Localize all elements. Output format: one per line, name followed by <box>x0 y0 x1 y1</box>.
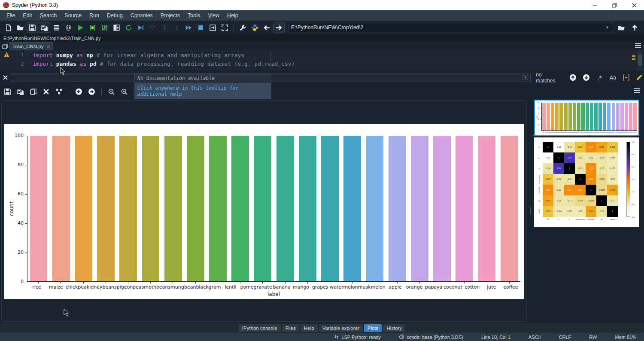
thumbnail-heatmap[interactable]: 1-0.23-0.140.0270.190.0970.059-0.2310.74… <box>534 137 639 227</box>
highlight-matches-icon[interactable] <box>635 73 644 82</box>
heatmap-col-label: humidity <box>586 218 596 220</box>
menu-debug[interactable]: Debug <box>103 11 127 20</box>
run-cell-icon[interactable] <box>87 22 98 33</box>
chevron-down-icon[interactable]: ▼ <box>605 25 609 30</box>
working-directory-input[interactable]: E:\PythonRun\NEW\CropYied\2 ▼ <box>288 23 612 32</box>
run-cell-advance-icon[interactable] <box>99 22 110 33</box>
code-line[interactable]: 1import numpy as np # for linear algebra… <box>0 52 644 59</box>
next-plot-icon[interactable] <box>86 86 97 97</box>
menu-run[interactable]: Run <box>85 11 103 20</box>
menu-projects[interactable]: Projects <box>157 11 184 20</box>
menu-search[interactable]: Search <box>36 11 61 20</box>
bar-blackgram <box>573 103 576 130</box>
heatmap-cell: 0.74 <box>553 163 564 174</box>
regex-icon[interactable]: .* <box>595 73 604 82</box>
x-tick-label: papaya <box>425 284 443 290</box>
pane-splitter[interactable] <box>528 99 533 323</box>
x-tick-label: coconut <box>623 132 626 133</box>
x-tick-label: cotton <box>627 132 630 133</box>
plots-options-icon[interactable] <box>634 88 641 95</box>
zoom-in-icon[interactable] <box>118 86 130 97</box>
run-icon[interactable] <box>75 22 86 33</box>
find-close-icon[interactable] <box>0 75 11 80</box>
heatmap-colorbar <box>626 142 630 217</box>
forward-icon[interactable] <box>273 22 285 33</box>
maximize-pane-icon[interactable] <box>207 22 219 33</box>
search-history-caret-icon[interactable]: ▼ <box>522 75 528 80</box>
edge-guide-line <box>270 51 271 70</box>
remove-all-plots-icon[interactable] <box>53 86 65 97</box>
tooltip-help-text[interactable]: Click anywhere in this tooltip for addit… <box>135 83 271 99</box>
code-line[interactable]: 2import pandas as pd # for data processi… <box>0 60 644 67</box>
find-previous-icon[interactable] <box>568 73 577 82</box>
fullscreen-icon[interactable] <box>219 22 231 33</box>
editor-options-icon[interactable] <box>635 43 641 50</box>
open-file-icon[interactable] <box>15 22 26 33</box>
menu-source[interactable]: Source <box>61 11 85 20</box>
menu-view[interactable]: View <box>204 11 223 20</box>
whole-word-icon[interactable] <box>621 73 631 82</box>
pane-tab-variable-explorer[interactable]: Variable explorer <box>319 324 363 332</box>
restore-button[interactable] <box>605 0 624 10</box>
editor-scrollbar[interactable] <box>637 50 643 71</box>
continue-icon[interactable] <box>183 22 194 33</box>
previous-plot-icon[interactable] <box>73 86 85 97</box>
step-into-icon[interactable] <box>159 22 170 33</box>
back-icon[interactable] <box>261 22 273 33</box>
zoom-out-icon[interactable] <box>106 86 117 97</box>
find-symbols-icon[interactable]: @ <box>63 22 74 33</box>
menu-edit[interactable]: Edit <box>19 11 36 20</box>
x-tick-label: orange <box>406 284 423 290</box>
bar-maize <box>547 103 550 130</box>
open-directory-icon[interactable] <box>616 22 627 33</box>
pythonpath-icon[interactable] <box>249 22 261 33</box>
tab-train-cnn[interactable]: Train_CNN.py ✕ <box>9 42 53 50</box>
remove-plot-icon[interactable] <box>40 86 52 97</box>
code-editor[interactable]: 1import numpy as np # for linear algebra… <box>0 50 644 71</box>
line-number-gutter[interactable]: 1 <box>0 52 28 59</box>
debug-icon[interactable] <box>135 22 146 33</box>
menu-tools[interactable]: Tools <box>184 11 204 20</box>
documentation-tooltip[interactable]: No documentation available Click anywher… <box>134 73 271 99</box>
y-tick-label: 60 <box>535 113 539 115</box>
case-sensitive-icon[interactable]: Aa <box>608 73 617 82</box>
line-number-gutter[interactable]: 2 <box>0 60 28 67</box>
menu-help[interactable]: Help <box>223 11 242 20</box>
stop-icon[interactable] <box>195 22 207 33</box>
bar-watermelon <box>598 103 602 130</box>
copy-plot-icon[interactable] <box>27 86 39 97</box>
menu-consoles[interactable]: Consoles <box>127 11 157 20</box>
y-axis-title: count <box>536 115 538 118</box>
menu-file[interactable]: File <box>3 11 19 20</box>
file-switcher-icon[interactable] <box>51 22 62 33</box>
x-tick-label: apple <box>389 284 402 290</box>
pane-tab-files[interactable]: Files <box>282 324 299 332</box>
close-button[interactable] <box>624 0 644 10</box>
toolbar-right-icons <box>616 22 641 33</box>
pane-tab-help[interactable]: Help <box>301 324 318 332</box>
pane-tab-history[interactable]: History <box>383 324 405 332</box>
browse-tabs-icon[interactable] <box>0 43 9 50</box>
parent-directory-icon[interactable] <box>629 22 641 33</box>
pane-tab-ipython-console[interactable]: IPython console <box>239 324 281 332</box>
new-file-icon[interactable] <box>3 22 14 33</box>
rerun-icon[interactable] <box>123 22 134 33</box>
pane-tab-plots[interactable]: Plots <box>364 324 382 332</box>
tab-close-icon[interactable]: ✕ <box>46 44 50 49</box>
heatmap-cell: 0.21 <box>586 174 596 185</box>
run-selection-icon[interactable] <box>111 22 122 33</box>
step-over-icon[interactable] <box>147 22 158 33</box>
save-plot-icon[interactable] <box>2 86 13 97</box>
heatmap-cell: 1 <box>553 152 564 163</box>
save-all-icon[interactable] <box>39 22 50 33</box>
thumbnail-bar-chart[interactable]: 020406080100ricemaizechickpeakidneybeans… <box>534 100 639 136</box>
heatmap-cell: -0.064 <box>553 206 564 217</box>
x-tick-label: blackgram <box>575 132 580 133</box>
save-icon[interactable] <box>27 22 38 33</box>
mouse-cursor <box>60 67 66 77</box>
minimize-button[interactable] <box>585 0 605 10</box>
step-out-icon[interactable] <box>171 22 182 33</box>
find-next-icon[interactable] <box>581 73 591 82</box>
preferences-icon[interactable] <box>237 22 249 33</box>
save-all-plots-icon[interactable] <box>15 86 26 97</box>
